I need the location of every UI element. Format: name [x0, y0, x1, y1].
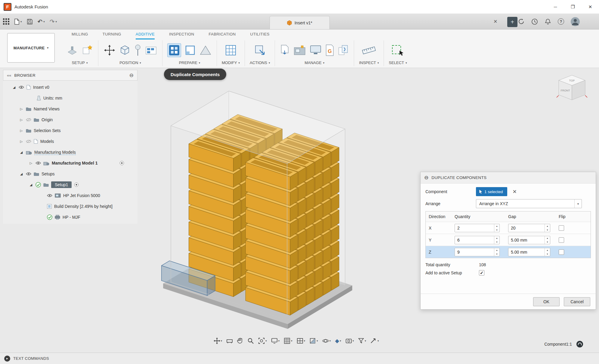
- quantity-y-input[interactable]: [455, 236, 500, 244]
- capture-button[interactable]: ▾: [345, 338, 354, 344]
- stepper[interactable]: ▲▼: [545, 236, 550, 244]
- move-components-icon[interactable]: [103, 44, 116, 57]
- stepper[interactable]: ▲▼: [494, 224, 499, 232]
- section-button[interactable]: ▾: [309, 338, 318, 344]
- arrange-select[interactable]: Arrange in XYZ ▾: [476, 199, 582, 208]
- platform-layout-icon[interactable]: [145, 44, 157, 57]
- bell-icon[interactable]: [545, 18, 551, 25]
- collapse-panel-icon[interactable]: ««: [7, 73, 11, 78]
- tree-item-units[interactable]: Units: mm: [3, 93, 137, 103]
- stepper[interactable]: ▲▼: [545, 224, 550, 232]
- expander-closed-icon[interactable]: ▷: [19, 107, 23, 111]
- group-label-actions[interactable]: ACTIONS▾: [250, 60, 270, 65]
- activate-radio[interactable]: [74, 182, 79, 187]
- minimize-panel-icon[interactable]: ⊖: [129, 72, 134, 79]
- orient-face-icon[interactable]: [184, 44, 196, 56]
- flip-x-checkbox[interactable]: [559, 225, 564, 231]
- tree-item-setup1[interactable]: ◢ Setup1: [3, 179, 137, 190]
- close-button[interactable]: ✕: [582, 0, 599, 14]
- group-label-prepare[interactable]: PREPARE▾: [179, 60, 200, 65]
- row-x[interactable]: X ▲▼ ▲▼: [426, 222, 591, 234]
- row-z[interactable]: Z ▲▼ ▲▼: [426, 246, 591, 258]
- quantity-x-input[interactable]: [455, 224, 500, 232]
- redo-button[interactable]: ↷▾: [50, 19, 57, 25]
- pan-button[interactable]: [237, 338, 243, 344]
- expander-open-icon[interactable]: ◢: [12, 85, 16, 89]
- appearance-button[interactable]: ◆▾: [335, 338, 341, 344]
- compare-icon[interactable]: [338, 44, 349, 57]
- tree-item-origin[interactable]: ▷ Origin: [3, 114, 137, 125]
- quantity-z-input[interactable]: [455, 248, 500, 256]
- a360-icon[interactable]: [576, 341, 583, 349]
- tree-item-machine[interactable]: HP Jet Fusion 5000: [3, 190, 137, 201]
- dialog-header[interactable]: ⊖ DUPLICATE COMPONENTS: [421, 172, 596, 184]
- new-tab-button[interactable]: +: [507, 17, 517, 27]
- group-label-position[interactable]: POSITION▾: [119, 60, 141, 65]
- expander-closed-icon[interactable]: ▷: [19, 118, 23, 122]
- gap-z-input[interactable]: [508, 248, 550, 256]
- avatar[interactable]: [571, 17, 580, 26]
- measure-icon[interactable]: [361, 44, 376, 57]
- add-to-setup-checkbox[interactable]: ✓: [479, 270, 484, 276]
- group-label-setup[interactable]: SETUP▾: [72, 60, 88, 65]
- clock-icon[interactable]: [531, 18, 538, 25]
- expander-closed-icon[interactable]: ▷: [19, 140, 23, 143]
- group-label-inspect[interactable]: INSPECT▾: [359, 60, 379, 65]
- stepper[interactable]: ▲▼: [494, 236, 499, 244]
- help-icon[interactable]: ?: [558, 18, 564, 25]
- display-settings-button[interactable]: ▾: [271, 338, 280, 344]
- text-commands-icon[interactable]: ▸: [4, 356, 10, 362]
- tab-inspection[interactable]: INSPECTION: [169, 32, 194, 39]
- eye-icon[interactable]: [47, 194, 52, 197]
- zoom-button[interactable]: [247, 338, 254, 344]
- select-box-icon[interactable]: [391, 44, 405, 57]
- fit-button[interactable]: ▾: [258, 338, 267, 344]
- minimize-button[interactable]: ─: [547, 0, 564, 14]
- nc-program-icon[interactable]: [309, 45, 322, 56]
- gap-x-input[interactable]: [508, 224, 550, 232]
- tree-item-build-density[interactable]: Build Density [2.49% by height]: [3, 201, 137, 212]
- tree-item-root[interactable]: ◢ Insert v0: [3, 82, 137, 93]
- new-folder-star-icon[interactable]: [81, 44, 93, 56]
- eye-icon[interactable]: [26, 172, 31, 176]
- expander-open-icon[interactable]: ◢: [19, 172, 23, 176]
- tree-item-models[interactable]: ▷ Models: [3, 136, 137, 147]
- gap-y-input[interactable]: [508, 236, 550, 244]
- stepper[interactable]: ▲▼: [545, 248, 550, 256]
- stepper[interactable]: ▲▼: [494, 248, 499, 256]
- new-setup-icon[interactable]: [66, 44, 78, 56]
- tab-turning[interactable]: TURNING: [103, 32, 121, 39]
- tab-additive[interactable]: ADDITIVE: [136, 32, 155, 39]
- eye-off-icon[interactable]: [26, 140, 31, 143]
- eye-icon[interactable]: [19, 85, 24, 89]
- tree-item-hp-mjf[interactable]: HP - MJF: [3, 212, 137, 223]
- group-label-modify[interactable]: MODIFY▾: [222, 60, 240, 65]
- eye-off-icon[interactable]: [26, 118, 31, 122]
- post-process-icon[interactable]: [280, 44, 290, 57]
- grid-snaps-button[interactable]: ▾: [284, 338, 292, 344]
- filter-button[interactable]: ▾: [358, 338, 366, 344]
- tab-milling[interactable]: MILLING: [72, 32, 88, 39]
- tab-utilities[interactable]: UTILITIES: [250, 32, 270, 39]
- tree-item-setups[interactable]: ◢ Setups: [3, 168, 137, 179]
- group-label-manage[interactable]: MANAGE▾: [304, 60, 324, 65]
- flip-y-checkbox[interactable]: [559, 237, 564, 243]
- expander-open-icon[interactable]: ◢: [29, 183, 33, 187]
- app-grid-icon[interactable]: [3, 18, 9, 25]
- clearance-ball-icon[interactable]: [134, 44, 142, 56]
- close-tab-icon[interactable]: ✕: [493, 19, 497, 24]
- machine-bed-button[interactable]: [226, 338, 233, 344]
- machine-simulation-icon[interactable]: [293, 45, 306, 56]
- transform-button[interactable]: ▾: [214, 338, 222, 344]
- orbit-button[interactable]: ▾: [322, 338, 331, 344]
- maximize-button[interactable]: ❐: [564, 0, 582, 14]
- cancel-button[interactable]: Cancel: [564, 297, 590, 306]
- marker-button[interactable]: ▾: [370, 338, 379, 344]
- generate-icon[interactable]: [254, 44, 266, 57]
- job-status-icon[interactable]: [518, 18, 525, 25]
- gcode-icon[interactable]: G: [325, 44, 335, 57]
- viewport-3d-scene[interactable]: [150, 89, 367, 332]
- activate-radio[interactable]: [119, 161, 124, 165]
- tree-item-manufacturing-model-1[interactable]: ▷ Manufacturing Model 1: [3, 158, 137, 168]
- tree-item-selection-sets[interactable]: ▷ Selection Sets: [3, 125, 137, 136]
